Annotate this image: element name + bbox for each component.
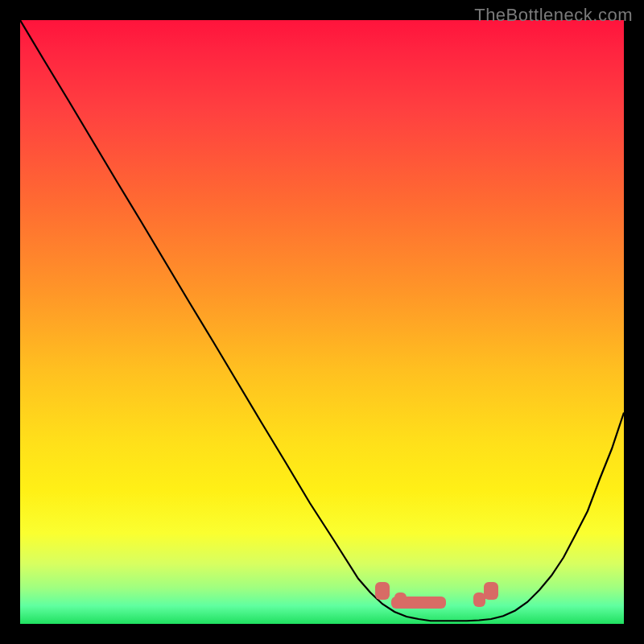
optimal-marker <box>484 582 499 601</box>
optimal-marker-layer <box>20 20 624 624</box>
chart-plot-area <box>20 20 624 624</box>
optimal-marker <box>375 582 390 601</box>
watermark-text: TheBottleneck.com <box>474 5 633 26</box>
optimal-marker <box>391 597 446 609</box>
